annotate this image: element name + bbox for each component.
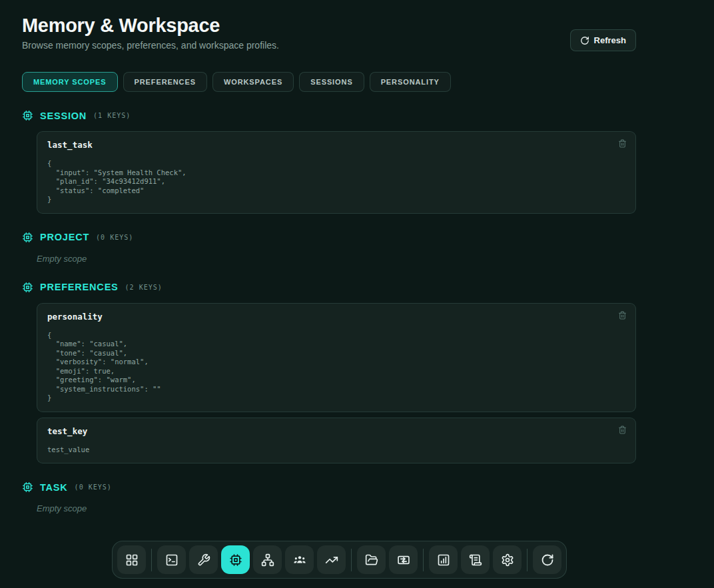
chart-square-icon	[437, 553, 450, 567]
scope-project: PROJECT (0 KEYS) Empty scope	[22, 232, 636, 264]
swap-arrows-icon	[397, 553, 410, 567]
tab-preferences[interactable]: PREFERENCES	[123, 72, 207, 92]
dock-item-files[interactable]	[357, 545, 386, 574]
page-header: Memory & Workspace Browse memory scopes,…	[22, 15, 636, 51]
dock-item-settings[interactable]	[493, 545, 522, 574]
entry-value: test_value	[47, 445, 625, 455]
tab-personality[interactable]: PERSONALITY	[370, 72, 451, 92]
dock-divider	[423, 549, 424, 571]
scope-project-header: PROJECT (0 KEYS)	[22, 232, 636, 243]
scope-preferences-header: PREFERENCES (2 KEYS)	[22, 282, 636, 293]
dock-divider	[527, 549, 528, 571]
memory-entry-card: last_task { "input": "System Health Chec…	[37, 131, 636, 214]
trash-icon	[618, 426, 627, 434]
scope-task-header: TASK (0 KEYS)	[22, 481, 636, 493]
terminal-icon	[165, 553, 178, 567]
dock-item-workflow[interactable]	[253, 545, 282, 574]
empty-scope-note: Empty scope	[37, 254, 636, 264]
entry-value: { "input": "System Health Check", "plan_…	[47, 159, 625, 204]
cpu-icon	[229, 553, 242, 567]
scope-key-count: (0 KEYS)	[75, 483, 112, 491]
memory-entry-card: test_key test_value	[37, 418, 636, 464]
scope-key-count: (1 KEYS)	[93, 112, 131, 119]
dock-item-refresh[interactable]	[533, 545, 561, 574]
dock-item-tools[interactable]	[189, 545, 218, 574]
users-icon	[293, 553, 306, 567]
entry-key: last_task	[47, 140, 625, 150]
refresh-icon	[541, 553, 554, 567]
scroll-icon	[469, 553, 482, 567]
delete-entry-button[interactable]	[617, 424, 628, 438]
page-subtitle: Browse memory scopes, preferences, and w…	[22, 40, 279, 51]
refresh-icon	[580, 36, 589, 45]
dock-item-memory[interactable]	[221, 545, 250, 574]
scope-key-count: (2 KEYS)	[125, 284, 163, 291]
dock-item-metrics[interactable]	[317, 545, 346, 574]
page-title: Memory & Workspace	[22, 15, 279, 36]
tab-workspaces[interactable]: WORKSPACES	[212, 72, 294, 92]
folder-open-icon	[365, 553, 378, 567]
entry-value: { "name": "casual", "tone": "casual", "v…	[47, 331, 625, 403]
scope-key-count: (0 KEYS)	[96, 234, 133, 241]
dock-item-transfer[interactable]	[389, 545, 418, 574]
tab-bar: MEMORY SCOPES PREFERENCES WORKSPACES SES…	[22, 72, 636, 92]
dock-divider	[151, 549, 152, 571]
scope-name: PROJECT	[40, 232, 89, 242]
scope-name: SESSION	[40, 111, 87, 121]
dock-item-agents[interactable]	[285, 545, 314, 574]
app-dock	[112, 541, 567, 579]
dock-divider	[351, 549, 352, 571]
header-text: Memory & Workspace Browse memory scopes,…	[22, 15, 279, 51]
cpu-icon	[22, 110, 33, 121]
refresh-label: Refresh	[594, 35, 626, 45]
cpu-icon	[22, 232, 33, 243]
scope-task: TASK (0 KEYS) Empty scope	[22, 481, 636, 513]
memory-workspace-page: Memory & Workspace Browse memory scopes,…	[22, 15, 636, 513]
wrench-icon	[197, 553, 210, 567]
layout-grid-icon	[125, 553, 139, 567]
entry-key: test_key	[47, 426, 625, 436]
dock-item-terminal[interactable]	[157, 545, 186, 574]
refresh-button[interactable]: Refresh	[570, 29, 636, 51]
workflow-icon	[261, 553, 274, 567]
tab-sessions[interactable]: SESSIONS	[299, 72, 364, 92]
cpu-icon	[22, 481, 33, 493]
cpu-icon	[22, 282, 33, 293]
scope-name: PREFERENCES	[40, 282, 119, 292]
gear-icon	[501, 553, 514, 567]
empty-scope-note: Empty scope	[37, 503, 636, 513]
trending-up-icon	[325, 553, 338, 567]
scope-session: SESSION (1 KEYS) last_task { "input": "S…	[22, 110, 636, 214]
entry-key: personality	[47, 312, 625, 322]
dock-item-dashboard[interactable]	[117, 545, 146, 574]
scope-name: TASK	[40, 482, 68, 493]
memory-entry-card: personality { "name": "casual", "tone": …	[37, 303, 636, 412]
dock-item-reports[interactable]	[429, 545, 458, 574]
trash-icon	[618, 139, 627, 148]
scope-preferences-cards: personality { "name": "casual", "tone": …	[37, 303, 636, 464]
delete-entry-button[interactable]	[617, 310, 628, 323]
trash-icon	[618, 311, 627, 320]
dock-item-logs[interactable]	[461, 545, 490, 574]
scope-preferences: PREFERENCES (2 KEYS) personality { "name…	[22, 282, 636, 464]
scope-session-header: SESSION (1 KEYS)	[22, 110, 636, 121]
scope-session-cards: last_task { "input": "System Health Chec…	[37, 131, 636, 214]
tab-memory-scopes[interactable]: MEMORY SCOPES	[22, 72, 118, 92]
delete-entry-button[interactable]	[617, 138, 628, 151]
